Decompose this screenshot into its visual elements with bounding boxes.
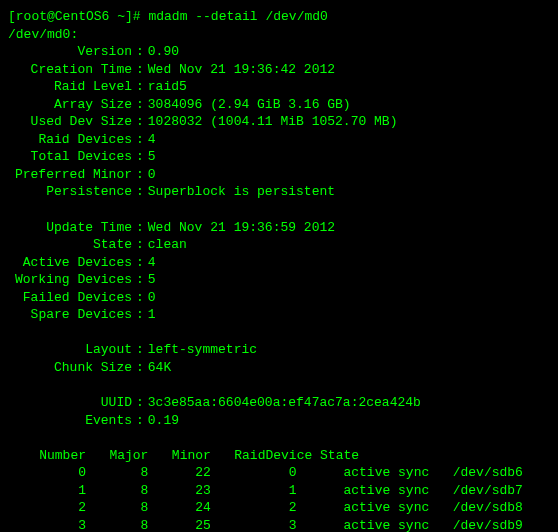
field-persistence: Persistence:Superblock is persistent bbox=[8, 183, 550, 201]
value: 4 bbox=[148, 255, 156, 270]
table-row: 1 8 23 1 active sync /dev/sdb7 bbox=[8, 482, 550, 500]
label: Spare Devices bbox=[8, 306, 132, 324]
field-creation-time: Creation Time:Wed Nov 21 19:36:42 2012 bbox=[8, 61, 550, 79]
command-text: mdadm --detail /dev/md0 bbox=[148, 9, 327, 24]
table-row: 2 8 24 2 active sync /dev/sdb8 bbox=[8, 499, 550, 517]
value: 0.19 bbox=[148, 413, 179, 428]
prompt-line-1: [root@CentOS6 ~]# mdadm --detail /dev/md… bbox=[8, 8, 550, 26]
label: State bbox=[8, 236, 132, 254]
label: Update Time bbox=[8, 219, 132, 237]
field-state: State:clean bbox=[8, 236, 550, 254]
label: Preferred Minor bbox=[8, 166, 132, 184]
label: Active Devices bbox=[8, 254, 132, 272]
field-chunk-size: Chunk Size:64K bbox=[8, 359, 550, 377]
blank bbox=[8, 324, 550, 342]
blank bbox=[8, 201, 550, 219]
label: Version bbox=[8, 43, 132, 61]
field-raid-devices: Raid Devices:4 bbox=[8, 131, 550, 149]
value: 1 bbox=[148, 307, 156, 322]
label: Persistence bbox=[8, 183, 132, 201]
value: raid5 bbox=[148, 79, 187, 94]
value: 1028032 (1004.11 MiB 1052.70 MB) bbox=[148, 114, 398, 129]
field-working-devices: Working Devices:5 bbox=[8, 271, 550, 289]
value: clean bbox=[148, 237, 187, 252]
value: 0.90 bbox=[148, 44, 179, 59]
field-active-devices: Active Devices:4 bbox=[8, 254, 550, 272]
label: Used Dev Size bbox=[8, 113, 132, 131]
value: 4 bbox=[148, 132, 156, 147]
field-spare-devices: Spare Devices:1 bbox=[8, 306, 550, 324]
prompt-user-host: [root@CentOS6 ~]# bbox=[8, 9, 141, 24]
value: 3c3e85aa:6604e00a:ef47ac7a:2cea424b bbox=[148, 395, 421, 410]
field-failed-devices: Failed Devices:0 bbox=[8, 289, 550, 307]
field-array-size: Array Size:3084096 (2.94 GiB 3.16 GB) bbox=[8, 96, 550, 114]
device-header: /dev/md0: bbox=[8, 26, 550, 44]
blank bbox=[8, 429, 550, 447]
value: Wed Nov 21 19:36:59 2012 bbox=[148, 220, 335, 235]
label: Array Size bbox=[8, 96, 132, 114]
label: Failed Devices bbox=[8, 289, 132, 307]
field-preferred-minor: Preferred Minor:0 bbox=[8, 166, 550, 184]
table-row: 3 8 25 3 active sync /dev/sdb9 bbox=[8, 517, 550, 532]
value: Wed Nov 21 19:36:42 2012 bbox=[148, 62, 335, 77]
table-row: 0 8 22 0 active sync /dev/sdb6 bbox=[8, 464, 550, 482]
value: 0 bbox=[148, 167, 156, 182]
value: 3084096 (2.94 GiB 3.16 GB) bbox=[148, 97, 351, 112]
field-update-time: Update Time:Wed Nov 21 19:36:59 2012 bbox=[8, 219, 550, 237]
field-total-devices: Total Devices:5 bbox=[8, 148, 550, 166]
label: Layout bbox=[8, 341, 132, 359]
field-uuid: UUID:3c3e85aa:6604e00a:ef47ac7a:2cea424b bbox=[8, 394, 550, 412]
field-layout: Layout:left-symmetric bbox=[8, 341, 550, 359]
value: Superblock is persistent bbox=[148, 184, 335, 199]
blank bbox=[8, 376, 550, 394]
label: Working Devices bbox=[8, 271, 132, 289]
value: left-symmetric bbox=[148, 342, 257, 357]
label: Raid Level bbox=[8, 78, 132, 96]
value: 5 bbox=[148, 149, 156, 164]
label: Events bbox=[8, 412, 132, 430]
label: Chunk Size bbox=[8, 359, 132, 377]
value: 64K bbox=[148, 360, 171, 375]
label: Creation Time bbox=[8, 61, 132, 79]
label: Raid Devices bbox=[8, 131, 132, 149]
field-version: Version:0.90 bbox=[8, 43, 550, 61]
value: 5 bbox=[148, 272, 156, 287]
table-header: Number Major Minor RaidDevice State bbox=[8, 447, 550, 465]
field-events: Events:0.19 bbox=[8, 412, 550, 430]
value: 0 bbox=[148, 290, 156, 305]
field-raid-level: Raid Level:raid5 bbox=[8, 78, 550, 96]
field-used-dev-size: Used Dev Size:1028032 (1004.11 MiB 1052.… bbox=[8, 113, 550, 131]
label: Total Devices bbox=[8, 148, 132, 166]
label: UUID bbox=[8, 394, 132, 412]
